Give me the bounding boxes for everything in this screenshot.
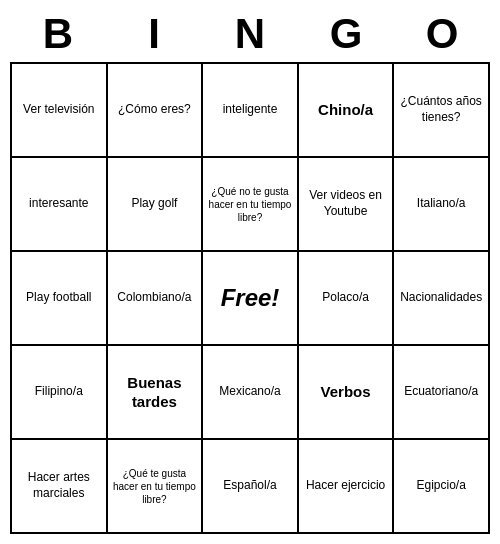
- bingo-grid: Ver televisión¿Cómo eres?inteligenteChin…: [10, 62, 490, 534]
- cell-4-0: Hacer artes marciales: [12, 440, 108, 534]
- cell-2-3: Polaco/a: [299, 252, 395, 346]
- cell-1-0: interesante: [12, 158, 108, 252]
- cell-2-2: Free!: [203, 252, 299, 346]
- bingo-letter: B: [18, 10, 98, 58]
- cell-4-2: Español/a: [203, 440, 299, 534]
- cell-0-3: Chino/a: [299, 64, 395, 158]
- cell-2-1: Colombiano/a: [108, 252, 204, 346]
- cell-2-0: Play football: [12, 252, 108, 346]
- cell-0-4: ¿Cuántos años tienes?: [394, 64, 490, 158]
- cell-1-4: Italiano/a: [394, 158, 490, 252]
- cell-3-4: Ecuatoriano/a: [394, 346, 490, 440]
- cell-0-0: Ver televisión: [12, 64, 108, 158]
- cell-3-2: Mexicano/a: [203, 346, 299, 440]
- cell-2-4: Nacionalidades: [394, 252, 490, 346]
- bingo-letter: N: [210, 10, 290, 58]
- cell-3-1: Buenas tardes: [108, 346, 204, 440]
- cell-4-3: Hacer ejercicio: [299, 440, 395, 534]
- cell-0-2: inteligente: [203, 64, 299, 158]
- cell-1-3: Ver videos en Youtube: [299, 158, 395, 252]
- cell-4-4: Egipcio/a: [394, 440, 490, 534]
- cell-0-1: ¿Cómo eres?: [108, 64, 204, 158]
- cell-3-3: Verbos: [299, 346, 395, 440]
- cell-3-0: Filipino/a: [12, 346, 108, 440]
- cell-1-1: Play golf: [108, 158, 204, 252]
- bingo-letter: G: [306, 10, 386, 58]
- cell-1-2: ¿Qué no te gusta hacer en tu tiempo libr…: [203, 158, 299, 252]
- cell-4-1: ¿Qué te gusta hacer en tu tiempo libre?: [108, 440, 204, 534]
- bingo-letter: I: [114, 10, 194, 58]
- bingo-title: BINGO: [10, 10, 490, 58]
- bingo-letter: O: [402, 10, 482, 58]
